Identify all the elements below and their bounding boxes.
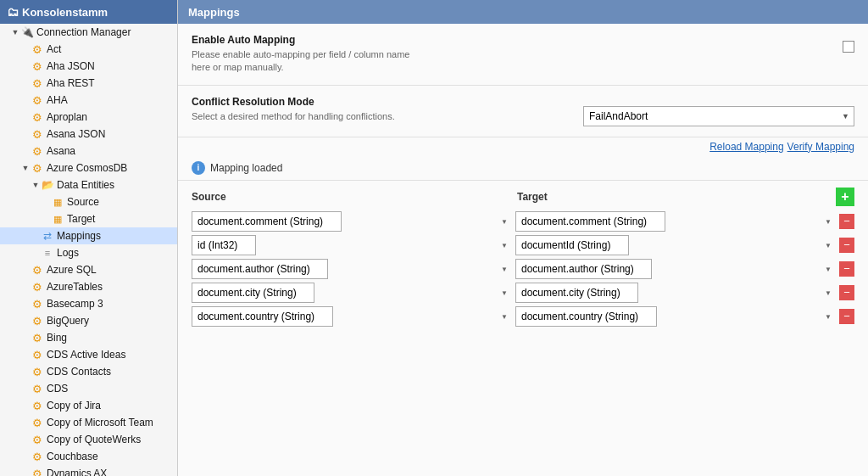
gear-icon: ⚙ — [31, 450, 44, 463]
sidebar-item-azure-cosmosdb[interactable]: ▼ ⚙ Azure CosmosDB — [0, 160, 177, 176]
sidebar-root-label: Konsolenstamm — [22, 6, 108, 19]
target-select-1[interactable]: document.comment (String) — [515, 211, 665, 232]
conflict-resolution-select[interactable]: FailAndAbort SkipAndContinue OverwriteEx… — [583, 106, 854, 126]
sidebar-item-basecamp3[interactable]: ⚙ Basecamp 3 — [0, 295, 177, 312]
target-select-wrapper-5: document.country (String) — [515, 306, 836, 327]
sidebar-item-source[interactable]: ▦ Source — [0, 193, 177, 210]
source-select-wrapper-1: document.comment (String) — [192, 211, 512, 232]
sidebar-header: 🗂 Konsolenstamm — [0, 0, 177, 24]
sidebar-item-logs[interactable]: ≡ Logs — [0, 244, 177, 261]
gear-icon: ⚙ — [31, 144, 44, 158]
sidebar-item-copy-of-quotewerks[interactable]: ⚙ Copy of QuoteWerks — [0, 431, 177, 448]
sidebar-item-aha[interactable]: ⚙ AHA — [0, 92, 177, 109]
auto-mapping-checkbox[interactable] — [843, 41, 854, 53]
info-bar: i Mapping loaded — [178, 156, 868, 181]
reload-mapping-button[interactable]: Reload Mapping — [709, 141, 783, 153]
gear-icon-act: ⚙ — [31, 42, 44, 56]
gear-icon: ⚙ — [31, 161, 44, 175]
sidebar-item-azure-sql[interactable]: ⚙ Azure SQL — [0, 261, 177, 278]
main-content: Mappings Enable Auto Mapping Please enab… — [178, 0, 868, 476]
connection-icon: 🔌 — [20, 25, 34, 39]
source-select-5[interactable]: document.country (String) — [192, 306, 333, 327]
conflict-resolution-section: Conflict Resolution Mode Select a desire… — [178, 86, 868, 137]
sidebar-item-label: Azure CosmosDB — [47, 162, 127, 174]
gear-icon: ⚙ — [31, 399, 44, 412]
sidebar-item-label: Data Entities — [57, 179, 114, 191]
expand-icon: ▼ — [10, 28, 20, 36]
remove-mapping-button-2[interactable]: − — [839, 238, 854, 253]
sidebar-item-label: Source — [67, 196, 99, 208]
remove-mapping-button-3[interactable]: − — [839, 261, 854, 277]
sidebar-item-aproplan[interactable]: ⚙ Aproplan — [0, 109, 177, 126]
source-select-wrapper-5: document.country (String) — [192, 306, 512, 327]
sidebar-item-asana-json[interactable]: ⚙ Asana JSON — [0, 126, 177, 143]
table-icon: ▦ — [51, 195, 64, 209]
sidebar-root-icon: 🗂 — [7, 5, 19, 19]
sidebar-item-aha-rest[interactable]: ⚙ Aha REST — [0, 75, 177, 92]
target-select-5[interactable]: document.country (String) — [515, 306, 657, 327]
info-message: Mapping loaded — [210, 162, 282, 174]
gear-icon: ⚙ — [31, 331, 44, 344]
sidebar-item-copy-of-jira[interactable]: ⚙ Copy of Jira — [0, 397, 177, 414]
sidebar-item-label: Copy of Jira — [47, 400, 101, 412]
folder-icon: 📂 — [41, 178, 54, 192]
add-mapping-cell: + — [829, 188, 854, 206]
sidebar-item-label: CDS — [47, 383, 68, 395]
target-select-wrapper-1: document.comment (String) — [515, 211, 836, 232]
sidebar-item-target[interactable]: ▦ Target — [0, 210, 177, 227]
remove-mapping-button-1[interactable]: − — [839, 214, 854, 229]
sidebar-item-label: BigQuery — [47, 315, 89, 327]
sidebar-item-couchbase[interactable]: ⚙ Couchbase — [0, 448, 177, 465]
source-select-1[interactable]: document.comment (String) — [192, 211, 342, 232]
sidebar-item-label: Basecamp 3 — [47, 298, 103, 310]
sidebar-item-label: Aproplan — [47, 111, 87, 123]
gear-icon: ⚙ — [31, 280, 44, 294]
sidebar-item-label: Copy of Microsoft Team — [47, 417, 153, 428]
target-select-2[interactable]: documentId (String) — [515, 235, 629, 255]
actions-row: Reload Mapping Verify Mapping — [178, 137, 868, 156]
sidebar-item-cds-active-ideas[interactable]: ⚙ CDS Active Ideas — [0, 346, 177, 363]
sidebar-item-aha-json[interactable]: ⚙ Aha JSON — [0, 58, 177, 75]
gear-icon: ⚙ — [31, 93, 44, 107]
sidebar-item-bigquery[interactable]: ⚙ BigQuery — [0, 312, 177, 329]
sidebar-item-cds[interactable]: ⚙ CDS — [0, 380, 177, 397]
auto-mapping-checkbox-wrapper — [843, 34, 854, 53]
sidebar-item-label: CDS Contacts — [47, 366, 111, 378]
sidebar-item-act[interactable]: ⚙ Act — [0, 41, 177, 58]
sidebar-item-mappings[interactable]: ⇄ Mappings — [0, 227, 177, 244]
conflict-resolution-title: Conflict Resolution Mode — [192, 96, 570, 108]
sidebar-item-label: Aha JSON — [47, 60, 95, 72]
add-mapping-button[interactable]: + — [836, 188, 854, 206]
sidebar-item-azuretables[interactable]: ⚙ AzureTables — [0, 278, 177, 295]
remove-mapping-button-4[interactable]: − — [839, 285, 854, 300]
source-select-wrapper-2: id (Int32) — [192, 235, 512, 255]
sidebar-item-label: Dynamics AX — [47, 468, 107, 476]
sidebar-item-copy-of-microsoft-team[interactable]: ⚙ Copy of Microsoft Team — [0, 414, 177, 431]
sidebar-item-label: Couchbase — [47, 451, 98, 462]
gear-icon: ⚙ — [31, 127, 44, 141]
source-select-2[interactable]: id (Int32) — [192, 235, 256, 255]
remove-mapping-button-5[interactable]: − — [839, 309, 854, 324]
auto-mapping-section: Enable Auto Mapping Please enable auto-m… — [178, 24, 868, 86]
sidebar-item-label: Asana — [47, 145, 75, 157]
target-select-4[interactable]: document.city (String) — [515, 283, 638, 303]
table-icon: ▦ — [51, 212, 64, 226]
gear-icon: ⚙ — [31, 467, 44, 476]
source-select-3[interactable]: document.author (String) — [192, 259, 328, 279]
target-select-wrapper-2: documentId (String) — [515, 235, 836, 255]
sidebar-item-cds-contacts[interactable]: ⚙ CDS Contacts — [0, 363, 177, 380]
source-select-wrapper-4: document.city (String) — [192, 283, 512, 303]
sidebar-item-connection-manager[interactable]: ▼ 🔌 Connection Manager — [0, 24, 177, 41]
gear-icon: ⚙ — [31, 297, 44, 311]
gear-icon: ⚙ — [31, 348, 44, 361]
sidebar-item-dynamics-ax[interactable]: ⚙ Dynamics AX — [0, 465, 177, 476]
sidebar-item-data-entities[interactable]: ▼ 📂 Data Entities — [0, 176, 177, 193]
verify-mapping-button[interactable]: Verify Mapping — [787, 141, 854, 153]
auto-mapping-desc2: here or map manually. — [192, 61, 829, 74]
target-select-3[interactable]: document.author (String) — [515, 259, 652, 279]
sidebar-item-asana[interactable]: ⚙ Asana — [0, 143, 177, 160]
target-column-header: Target — [510, 191, 829, 203]
source-select-4[interactable]: document.city (String) — [192, 283, 314, 303]
sidebar-item-bing[interactable]: ⚙ Bing — [0, 329, 177, 346]
sidebar-item-label: AHA — [47, 94, 68, 106]
